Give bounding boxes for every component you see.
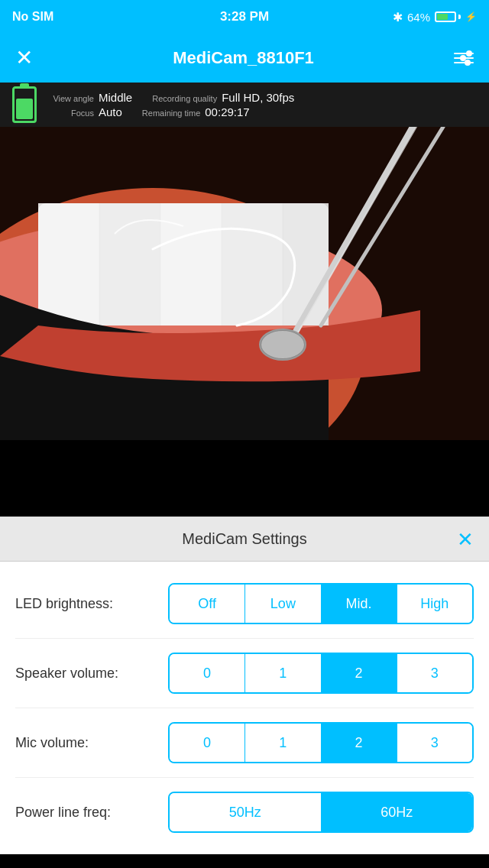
header-bar: ✕ MediCam_8810F1 [0, 34, 489, 83]
svg-rect-9 [38, 203, 99, 326]
settings-row-label-2: Mic volume: [15, 735, 168, 751]
seg-btn-2-1[interactable]: 1 [245, 724, 321, 762]
seg-btn-3-1[interactable]: 60Hz [322, 793, 473, 831]
seg-btn-0-3[interactable]: High [397, 585, 472, 623]
settings-row-0: LED brightness:OffLowMid.High [15, 569, 474, 639]
svg-rect-10 [99, 203, 160, 326]
focus-value: Auto [99, 105, 122, 118]
settings-row-label-0: LED brightness: [15, 596, 168, 612]
seg-btn-1-2[interactable]: 2 [322, 654, 397, 692]
seg-btn-2-3[interactable]: 3 [397, 724, 472, 762]
settings-row-2: Mic volume:0123 [15, 708, 474, 778]
settings-row-label-3: Power line freq: [15, 805, 168, 821]
charging-icon: ⚡ [465, 11, 477, 22]
dental-image-svg [0, 127, 489, 440]
slider-line-3 [454, 62, 474, 63]
status-bar: No SIM 3:28 PM ✱ 64% ⚡ [0, 0, 489, 34]
close-button[interactable]: ✕ [15, 47, 33, 69]
bluetooth-icon: ✱ [393, 10, 403, 24]
segmented-control-3: 50Hz60Hz [168, 792, 474, 833]
settings-row-label-1: Speaker volume: [15, 666, 168, 682]
carrier-label: No SIM [12, 10, 53, 24]
video-area [0, 127, 489, 440]
segmented-control-1: 0123 [168, 653, 474, 694]
recording-quality-value: Full HD, 30fps [222, 91, 294, 104]
settings-title: MediCam Settings [182, 530, 306, 548]
remaining-time-value: 00:29:17 [205, 105, 249, 118]
slider-line-1 [454, 53, 474, 54]
settings-row-1: Speaker volume:0123 [15, 639, 474, 708]
seg-btn-2-2[interactable]: 2 [322, 724, 397, 762]
svg-point-18 [261, 331, 304, 358]
dental-scene [0, 127, 489, 440]
settings-icon[interactable] [454, 53, 474, 63]
seg-btn-0-0[interactable]: Off [170, 585, 245, 623]
settings-row-3: Power line freq:50Hz60Hz [15, 778, 474, 847]
slider-line-2 [454, 57, 474, 59]
camera-stats: View angle Middle Recording quality Full… [52, 91, 294, 118]
battery-icon [435, 11, 461, 22]
status-right: ✱ 64% ⚡ [393, 10, 477, 24]
view-angle-label: View angle [52, 94, 94, 103]
focus-label: Focus [52, 108, 94, 118]
seg-btn-0-1[interactable]: Low [245, 585, 321, 623]
view-angle-value: Middle [99, 91, 132, 104]
device-battery-icon [12, 86, 37, 123]
seg-btn-2-0[interactable]: 0 [170, 724, 245, 762]
view-angle-row: View angle Middle Recording quality Full… [52, 91, 294, 104]
time-label: 3:28 PM [220, 9, 269, 24]
segmented-control-0: OffLowMid.High [168, 583, 474, 624]
header-title: MediCam_8810F1 [173, 48, 314, 68]
segmented-control-2: 0123 [168, 722, 474, 763]
battery-percent: 64% [407, 11, 430, 24]
seg-btn-1-1[interactable]: 1 [245, 654, 321, 692]
focus-row: Focus Auto Remaining time 00:29:17 [52, 105, 294, 118]
camera-info-bar: View angle Middle Recording quality Full… [0, 83, 489, 127]
video-black-bar [0, 440, 489, 517]
svg-rect-13 [283, 203, 329, 326]
seg-btn-0-2[interactable]: Mid. [322, 585, 397, 623]
seg-btn-1-0[interactable]: 0 [170, 654, 245, 692]
seg-btn-1-3[interactable]: 3 [397, 654, 472, 692]
svg-rect-12 [222, 203, 283, 326]
seg-btn-3-0[interactable]: 50Hz [170, 793, 322, 831]
settings-header: MediCam Settings ✕ [0, 517, 489, 562]
remaining-time-label: Remaining time [142, 108, 200, 118]
settings-content: LED brightness:OffLowMid.HighSpeaker vol… [0, 562, 489, 854]
settings-close-button[interactable]: ✕ [457, 530, 474, 549]
recording-quality-label: Recording quality [152, 94, 217, 103]
settings-panel: MediCam Settings ✕ LED brightness:OffLow… [0, 517, 489, 854]
